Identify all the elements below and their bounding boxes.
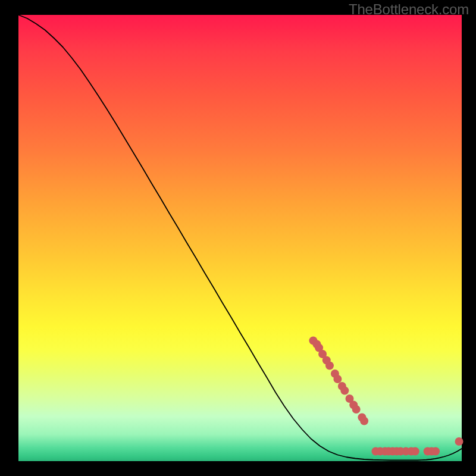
highlight-dot bbox=[455, 437, 464, 446]
highlight-dot bbox=[431, 447, 440, 456]
highlight-dot bbox=[312, 340, 321, 349]
bottleneck-curve bbox=[18, 15, 462, 461]
highlight-dots bbox=[309, 337, 463, 456]
highlight-dot bbox=[360, 417, 368, 425]
highlight-dot bbox=[340, 387, 349, 395]
highlight-dot bbox=[352, 405, 361, 414]
highlight-dot bbox=[411, 447, 419, 456]
chart-frame: TheBottleneck.com bbox=[0, 0, 476, 476]
plot-area bbox=[18, 15, 462, 461]
chart-svg bbox=[18, 15, 462, 461]
highlight-dot bbox=[322, 356, 331, 365]
highlight-dot bbox=[333, 375, 342, 383]
